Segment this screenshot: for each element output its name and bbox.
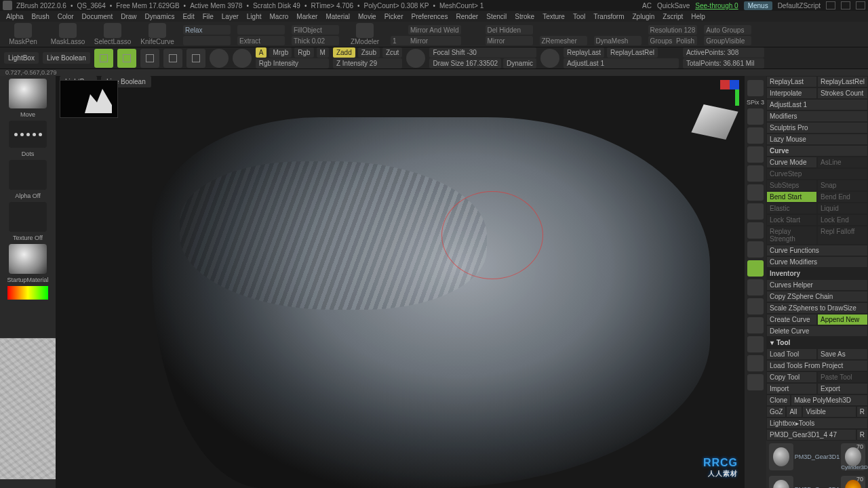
menu-marker[interactable]: Marker [293,13,321,20]
knifecurve-button[interactable]: KnifeCurve [138,22,176,45]
edit-toggle[interactable] [94,49,113,68]
active-tool[interactable]: PM3D_Gear3D1_4 47 [766,429,856,441]
rp-createcurve[interactable]: Create Curve [766,314,817,325]
zoom-icon[interactable] [747,127,764,144]
rp-modifiers[interactable]: Modifiers [766,110,868,122]
brush-thumb[interactable] [9,79,47,108]
menu-light[interactable]: Light [243,13,265,20]
rotate2-icon[interactable] [747,374,764,390]
default-zscript[interactable]: DefaultZScript [778,2,821,9]
rp-replaylast[interactable]: ReplayLast [766,76,817,87]
stroke-thumb[interactable] [9,121,47,148]
menu-tool[interactable]: Tool [570,13,589,20]
menu-preferences[interactable]: Preferences [408,13,451,20]
resolution[interactable]: Resolution 128 [648,25,698,35]
axis-gizmo[interactable] [713,80,739,106]
rp-appendnew[interactable]: Append New [817,314,868,325]
close-button[interactable] [856,1,865,9]
menu-picker[interactable]: Picker [381,13,407,20]
menu-dynamics[interactable]: Dynamics [142,13,178,20]
menu-document[interactable]: Document [79,13,117,20]
frame-icon[interactable] [747,108,764,125]
dynamesh[interactable]: DynaMesh [594,36,642,45]
zremesher[interactable]: ZRemesher [540,36,587,45]
focal-icon[interactable] [406,49,425,68]
menu-render[interactable]: Render [452,13,481,20]
replaylast[interactable]: ReplayLast [564,47,604,58]
delhidden[interactable]: Del Hidden [486,25,533,35]
selectlasso-button[interactable]: SelectLasso [94,22,132,45]
menu-file[interactable]: File [199,13,217,20]
mrgb-toggle[interactable]: Mrgb [269,47,292,58]
rgbint[interactable]: Rgb Intensity [256,58,329,68]
menu-movie[interactable]: Movie [355,13,380,20]
autogroups[interactable]: Auto Groups [704,25,751,35]
menu-alpha[interactable]: Alpha [3,13,27,20]
saveas[interactable]: Save As [817,348,868,360]
lightbox-button[interactable]: LightBox [4,52,39,64]
actual-icon[interactable] [747,146,764,163]
maximize-button[interactable] [841,1,850,9]
menu-stroke[interactable]: Stroke [511,13,538,20]
lock-icon[interactable] [747,241,764,258]
zint[interactable]: Z Intensity 29 [333,58,402,68]
tool-thumb-0[interactable]: PM3D_Gear3D1 70Cylinder3D [766,441,868,473]
a-toggle[interactable]: A [256,47,267,58]
menu-help[interactable]: Help [688,13,709,20]
gyz-icon[interactable] [747,260,764,277]
zoomdoc-icon[interactable] [747,355,764,371]
draw-toggle[interactable] [117,49,136,68]
rp-curve[interactable]: Curve [766,145,868,157]
imbed-icon[interactable] [540,49,559,68]
local-icon[interactable] [747,222,764,239]
masklasso-button[interactable]: MaskLasso [49,22,87,45]
texture-thumb[interactable] [9,202,47,232]
gizmo-toggle[interactable] [210,49,229,68]
color-swatch[interactable] [7,286,48,300]
focalshift[interactable]: Focal Shift -30 [429,47,536,58]
rotate-toggle[interactable] [186,49,205,68]
mini-preview[interactable] [60,80,118,118]
rp-bendstart[interactable]: Bend Start [766,191,817,203]
menu-edit[interactable]: Edit [179,13,197,20]
m-toggle[interactable]: M [317,47,329,58]
quicksave[interactable]: QuickSave [657,2,690,9]
menu-layer[interactable]: Layer [218,13,242,20]
menu-material[interactable]: Material [322,13,353,20]
rp-lazy[interactable]: Lazy Mouse [766,134,868,145]
tool-thumb-1[interactable]: PM3D_Gear3D1 70SimpleBrush [766,473,868,488]
drawsize[interactable]: Draw Size 167.33502 [429,58,501,68]
sym-icon[interactable] [233,49,252,68]
material-thumb[interactable] [9,244,47,274]
scale-toggle[interactable] [163,49,182,68]
rgb-toggle[interactable]: Rgb [294,47,313,58]
move-toggle[interactable] [140,49,159,68]
menu-zscript[interactable]: Zscript [659,13,686,20]
adjustlast[interactable]: AdjustLast 1 [564,58,679,68]
bpr-icon[interactable] [747,80,764,96]
rp-sculptris[interactable]: Sculptris Pro [766,122,868,134]
dynamic[interactable]: Dynamic [503,58,536,68]
menu-transform[interactable]: Transform [590,13,627,20]
menu-texture[interactable]: Texture [539,13,568,20]
viewport[interactable]: LightBox Live Boolean RRCG人人素材 [56,76,745,488]
dynamic-icon[interactable] [747,184,764,201]
minimize-button[interactable] [826,1,835,9]
menus-toggle[interactable]: Menus [744,1,772,10]
replaylastrel[interactable]: ReplayLastRel [607,47,658,58]
groupvisible[interactable]: GroupVisible [704,36,751,45]
mirror2[interactable]: Mirror [486,36,533,45]
maskpen-button[interactable]: MaskPen [4,22,42,45]
move-icon[interactable] [747,336,764,352]
menu-color[interactable]: Color [54,13,77,20]
aahalf-icon[interactable] [747,165,764,182]
seethrough[interactable]: See-through 0 [695,2,738,9]
linefill-icon[interactable] [747,317,764,333]
thick[interactable]: Thick 0.02 [292,36,339,45]
mirrorweld[interactable]: Mirror And Weld [408,25,461,35]
menu-brush[interactable]: Brush [28,13,53,20]
nav-cube[interactable] [691,104,738,140]
fillobject[interactable]: FillObject [292,25,339,35]
zmodeler-button[interactable]: ZModeler [346,22,384,45]
zcut-toggle[interactable]: Zcut [382,47,402,58]
